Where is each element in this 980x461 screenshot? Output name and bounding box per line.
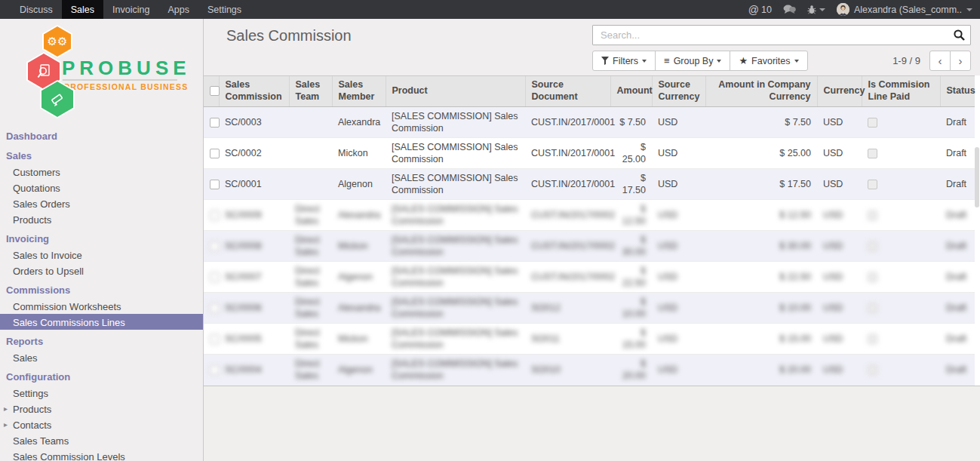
cell-member: Algenon [338,364,373,375]
debug-menu[interactable] [807,5,825,14]
row-select-checkbox[interactable] [210,365,220,375]
table-row[interactable]: SC/0008Direct SalesMickon[SALES COMMISSI… [204,231,975,262]
sidebar-item-label: Sales [13,352,38,364]
select-all-checkbox[interactable] [210,86,220,96]
sidebar-item-contacts[interactable]: ▸Contacts [0,416,203,432]
sidebar-item-settings[interactable]: Settings [0,385,203,401]
cell-commission: SC/0004 [225,364,262,375]
sidebar-item-commission-worksheets[interactable]: Commission Worksheets [0,298,203,314]
is-paid-checkbox [868,118,877,128]
cell-company-amount: $ 30.00 [779,241,811,251]
sidebar-item-label: Contacts [13,420,51,431]
search-input[interactable] [592,25,971,45]
filters-button[interactable]: Filters [592,51,656,71]
table-row[interactable]: SC/0001Algenon[SALES COMMISSION] Sales C… [204,169,975,200]
column-header-currency[interactable]: Currency [817,76,862,107]
column-header-amount-in-company-currency[interactable]: Amount in Company Currency [705,76,817,107]
sidebar-item-configuration[interactable]: Configuration [0,369,203,385]
sidebar-item-commissions[interactable]: Commissions [0,282,203,298]
sidebar-item-label: Reports [6,336,43,347]
row-select-checkbox[interactable] [210,118,220,128]
sidebar-item-sales-commission-levels[interactable]: Sales Commission Levels [0,448,203,461]
column-header-sales-commission[interactable]: Sales Commission [219,76,289,107]
row-select-checkbox[interactable] [210,241,220,251]
cell-amount: $ 17.50 [622,173,646,195]
table-row[interactable]: SC/0007Direct SalesAlgenon[SALES COMMISS… [204,262,975,293]
favorites-button[interactable]: ★ Favorites [730,51,807,71]
cell-company-amount: $ 17.50 [779,179,811,189]
scrollbar-thumb[interactable] [975,147,979,207]
messages-icon[interactable] [783,5,796,14]
topbar-menu-settings[interactable]: Settings [198,0,250,19]
sidebar-item-dashboard[interactable]: Dashboard [0,128,203,144]
list-view: Sales CommissionSales TeamSales MemberPr… [204,75,980,386]
sidebar-item-label: Settings [13,388,48,399]
is-paid-checkbox [868,334,877,344]
logo-divider [63,79,177,81]
cell-status: Draft [946,241,966,251]
table-row[interactable]: SC/0003Alexandra[SALES COMMISSION] Sales… [204,107,975,138]
cell-status: Draft [946,303,966,313]
row-select-checkbox[interactable] [210,211,220,220]
column-header-product[interactable]: Product [386,76,525,107]
column-header-source-document[interactable]: Source Document [525,76,610,107]
row-select-checkbox[interactable] [210,272,220,282]
sidebar-item-sales[interactable]: Sales [0,148,203,164]
sidebar-item-label: Sales Orders [13,198,70,210]
sidebar-item-invoicing[interactable]: Invoicing [0,231,203,247]
cell-commission: SC/0006 [225,303,262,313]
sidebar-item-sales-to-invoice[interactable]: Sales to Invoice [0,247,203,263]
column-header-sales-member[interactable]: Sales Member [332,76,386,107]
cell-source-currency: USD [658,241,677,251]
table-row[interactable]: SC/0009Direct SalesAlexandra[SALES COMMI… [204,200,975,231]
sidebar-item-label: Commissions [6,284,70,296]
cell-member: Mickon [338,148,368,158]
control-panel: Sales Commission [204,19,980,75]
table-body: SC/0003Alexandra[SALES COMMISSION] Sales… [204,107,975,386]
cell-source-currency: USD [658,210,677,220]
topbar-menu-sales[interactable]: Sales [62,0,103,19]
sidebar-item-orders-to-upsell[interactable]: Orders to Upsell [0,263,203,278]
row-select-checkbox[interactable] [210,334,220,344]
sidebar-item-reports[interactable]: Reports [0,333,203,349]
topbar-menu-discuss[interactable]: Discuss [11,0,62,19]
table-row[interactable]: SC/0006Direct SalesAlexandra[SALES COMMI… [204,293,975,324]
row-select-checkbox[interactable] [210,180,220,189]
cell-paid [862,138,940,169]
sidebar-item-products[interactable]: ▸Products [0,401,203,416]
mentions-counter[interactable]: @ 10 [748,4,772,16]
search-icon[interactable] [953,29,966,45]
cell-source-currency: USD [658,179,677,189]
sidebar-item-products[interactable]: Products [0,211,203,227]
pager-previous-button[interactable]: ‹ [929,51,951,71]
topbar-menu-invoicing[interactable]: Invoicing [103,0,158,19]
column-header-sales-team[interactable]: Sales Team [289,76,332,107]
column-header-status[interactable]: Status [940,76,975,107]
sidebar-item-sales[interactable]: Sales [0,349,203,365]
sidebar-item-label: Configuration [6,371,70,383]
table-row[interactable]: SC/0002Mickon[SALES COMMISSION] Sales Co… [204,138,975,169]
sidebar-item-sales-orders[interactable]: Sales Orders [0,195,203,211]
row-select-checkbox[interactable] [210,149,220,158]
sidebar-item-sales-teams[interactable]: Sales Teams [0,432,203,448]
table-row[interactable]: SC/0005Direct SalesMickon[SALES COMMISSI… [204,324,975,355]
sidebar-item-quotations[interactable]: Quotations [0,180,203,195]
expand-caret-icon[interactable]: ▸ [4,420,8,429]
topbar-menu-apps[interactable]: Apps [158,0,198,19]
pager-next-button[interactable]: › [950,51,971,71]
column-header-is-commision-line-paid[interactable]: Is Commision Line Paid [862,76,940,107]
table-row[interactable]: SC/0004Direct SalesAlgenon[SALES COMMISS… [204,355,975,386]
bug-icon [807,5,816,14]
expand-caret-icon[interactable]: ▸ [4,404,8,413]
sidebar-item-customers[interactable]: Customers [0,164,203,180]
row-select-checkbox[interactable] [210,303,220,313]
column-header-amount[interactable]: Amount [610,76,652,107]
content-background [204,386,980,454]
cell-status: Draft [946,179,966,189]
group-by-button[interactable]: ≡ Group By [655,51,730,71]
column-header-source-currency[interactable]: Source Currency [652,76,705,107]
user-menu[interactable]: Alexandra (Sales_comm.. [837,3,972,16]
cell-commission: SC/0008 [225,241,262,251]
sidebar-item-sales-commissions-lines[interactable]: Sales Commissions Lines [0,314,203,330]
cell-member: Alexandra [338,210,380,220]
